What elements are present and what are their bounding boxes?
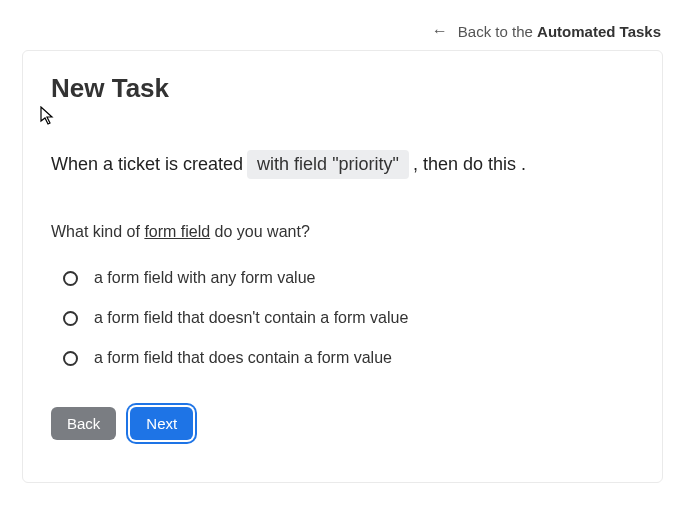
arrow-left-icon: ←	[432, 22, 448, 40]
back-link-prefix: Back to the	[458, 23, 537, 40]
button-row: Back Next	[51, 407, 634, 440]
option-contain-value[interactable]: a form field that does contain a form va…	[63, 349, 634, 367]
option-not-contain-value[interactable]: a form field that doesn't contain a form…	[63, 309, 634, 327]
task-card: New Task When a ticket is created with f…	[22, 50, 663, 483]
radio-icon	[63, 271, 78, 286]
option-label: a form field with any form value	[94, 269, 315, 287]
option-label: a form field that does contain a form va…	[94, 349, 392, 367]
options-group: a form field with any form value a form …	[51, 269, 634, 367]
rule-definition: When a ticket is created with field "pri…	[51, 150, 634, 179]
rule-condition-token[interactable]: with field "priority"	[247, 150, 409, 179]
question-after: do you want?	[210, 223, 310, 240]
option-any-value[interactable]: a form field with any form value	[63, 269, 634, 287]
back-link-text: Back to the Automated Tasks	[458, 23, 661, 40]
question-before: What kind of	[51, 223, 144, 240]
back-link-bold: Automated Tasks	[537, 23, 661, 40]
rule-prefix: When a ticket is created	[51, 154, 243, 175]
rule-suffix: , then do this .	[413, 154, 526, 175]
radio-icon	[63, 351, 78, 366]
form-field-question: What kind of form field do you want?	[51, 223, 634, 241]
back-button[interactable]: Back	[51, 407, 116, 440]
radio-icon	[63, 311, 78, 326]
back-to-automated-tasks-link[interactable]: ← Back to the Automated Tasks	[432, 22, 661, 40]
option-label: a form field that doesn't contain a form…	[94, 309, 408, 327]
next-button[interactable]: Next	[130, 407, 193, 440]
question-underlined: form field	[144, 223, 210, 240]
page-title: New Task	[51, 73, 634, 104]
